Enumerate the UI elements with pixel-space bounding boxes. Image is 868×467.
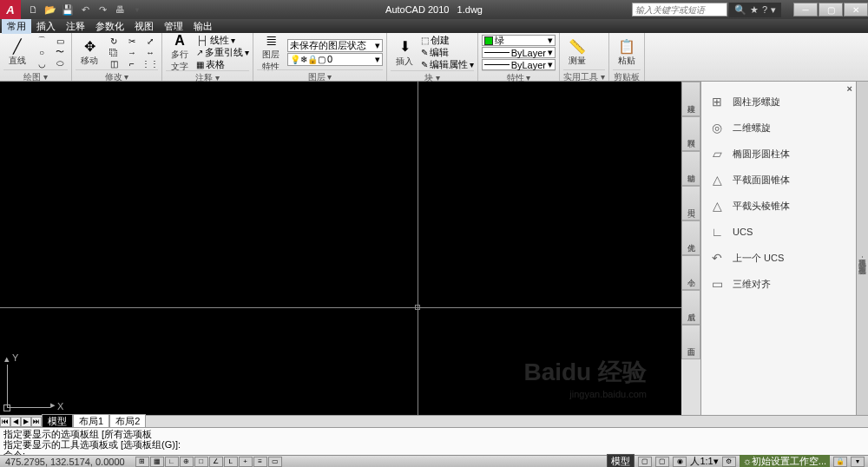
spline-icon[interactable]: 〜 bbox=[52, 47, 68, 57]
status-icon-1[interactable]: ▢ bbox=[638, 457, 652, 467]
palette-close-icon[interactable]: × bbox=[847, 83, 852, 94]
coordinates[interactable]: 475.2795, 132.5174, 0.0000 bbox=[0, 457, 130, 467]
palette-item-5[interactable]: ∟UCS bbox=[705, 219, 852, 245]
linear-dim-button[interactable]: ├┤ 线性 ▾ bbox=[196, 35, 249, 46]
palette-item-0[interactable]: ⊞圆柱形螺旋 bbox=[705, 89, 852, 115]
arc-icon[interactable]: ◡ bbox=[34, 58, 49, 69]
copy-icon[interactable]: ⿻ bbox=[106, 47, 122, 57]
search-input[interactable] bbox=[632, 3, 727, 16]
ducs-toggle[interactable]: L bbox=[224, 457, 238, 467]
layer-properties-button[interactable]: ≣图层 特性 bbox=[257, 35, 285, 69]
palette-tab-2[interactable]: 联网 bbox=[681, 116, 700, 151]
palette-item-7[interactable]: ▭三维对齐 bbox=[705, 271, 852, 297]
mleader-button[interactable]: ↗ 多重引线 ▾ bbox=[196, 47, 249, 58]
search-icon[interactable]: 🔍 bbox=[734, 4, 746, 16]
tab-view[interactable]: 视图 bbox=[129, 19, 159, 34]
table-button[interactable]: ▦ 表格 bbox=[196, 59, 249, 70]
print-icon[interactable]: 🖶 bbox=[113, 3, 127, 16]
tab-common[interactable]: 常用 bbox=[2, 19, 31, 34]
command-line[interactable]: 指定要显示的选项板组 [所有选项板 指定要显示的工具选项板或 [选项板组(G)]… bbox=[0, 427, 868, 455]
stretch-icon[interactable]: ↔ bbox=[142, 47, 158, 57]
qp-toggle[interactable]: ▭ bbox=[268, 457, 282, 467]
fillet-icon[interactable]: ⌐ bbox=[124, 58, 140, 69]
star-icon[interactable]: ★ bbox=[750, 4, 759, 16]
status-lock-icon[interactable]: 🔒 bbox=[833, 457, 847, 467]
otrack-toggle[interactable]: ∠ bbox=[209, 457, 223, 467]
ortho-toggle[interactable]: ∟ bbox=[165, 457, 179, 467]
palette-tab-3[interactable]: 辅助 bbox=[681, 151, 700, 186]
palette-tab-7[interactable]: 威后 bbox=[681, 290, 700, 325]
palette-tab-8[interactable]: 曲面 bbox=[681, 325, 700, 359]
layer-state-combo[interactable]: 未保存的图层状态▾ bbox=[287, 39, 383, 52]
paste-button[interactable]: 📋粘贴 bbox=[613, 35, 641, 69]
trim-icon[interactable]: ✂ bbox=[124, 36, 140, 46]
palette-item-4[interactable]: △平截头棱锥体 bbox=[705, 193, 852, 219]
model-space-button[interactable]: 模型 bbox=[607, 454, 635, 467]
dropdown-icon[interactable]: ▾ bbox=[771, 4, 776, 16]
scale-icon[interactable]: ⤢ bbox=[142, 36, 158, 46]
palette-tab-1[interactable]: 建模 bbox=[681, 82, 700, 116]
array-icon[interactable]: ⋮⋮ bbox=[142, 58, 158, 69]
ellipse-icon[interactable]: ⬭ bbox=[52, 58, 68, 69]
insert-button[interactable]: ⬇插入 bbox=[391, 36, 418, 70]
color-combo[interactable]: 绿▾ bbox=[482, 35, 556, 46]
qat-dropdown-icon[interactable]: ▼ bbox=[130, 3, 144, 16]
block-create-button[interactable]: ⬚ 创建 bbox=[421, 35, 474, 46]
minimize-button[interactable]: ─ bbox=[793, 3, 818, 16]
tab-manage[interactable]: 管理 bbox=[159, 19, 188, 34]
tab-annotate[interactable]: 注释 bbox=[61, 19, 90, 34]
drawing-area[interactable]: ▸ ▴ X Y Baidu 经验 jingyan.baidu.com bbox=[0, 82, 681, 415]
status-tray-icon[interactable]: ▾ bbox=[851, 457, 865, 467]
palette-item-3[interactable]: △平截面圆锥体 bbox=[705, 167, 852, 193]
lwt-toggle[interactable]: ≡ bbox=[253, 457, 267, 467]
close-button[interactable]: ✕ bbox=[844, 3, 868, 16]
undo-icon[interactable]: ↶ bbox=[78, 3, 92, 16]
rotate-icon[interactable]: ↻ bbox=[106, 36, 122, 46]
extend-icon[interactable]: → bbox=[124, 47, 140, 57]
move-button[interactable]: ✥移动 bbox=[76, 35, 103, 69]
tab-prev-icon[interactable]: ◀ bbox=[10, 417, 21, 427]
save-icon[interactable]: 💾 bbox=[61, 3, 75, 16]
palette-tab-6[interactable]: 小仓 bbox=[681, 255, 700, 290]
palette-tab-4[interactable]: 实用 bbox=[681, 186, 700, 220]
anno-scale[interactable]: 人1:1▾ bbox=[690, 455, 718, 467]
snap-toggle[interactable]: ⊞ bbox=[135, 457, 149, 467]
polar-toggle[interactable]: ⊕ bbox=[180, 457, 194, 467]
status-icon-4[interactable]: ⚙ bbox=[722, 457, 736, 467]
lineweight-combo[interactable]: ByLayer▾ bbox=[482, 47, 556, 58]
status-icon-2[interactable]: ▢ bbox=[655, 457, 669, 467]
grid-toggle[interactable]: ▦ bbox=[150, 457, 164, 467]
palette-item-1[interactable]: ◎二维螺旋 bbox=[705, 115, 852, 141]
palette-item-2[interactable]: ▱椭圆形圆柱体 bbox=[705, 141, 852, 167]
linetype-combo[interactable]: ByLayer▾ bbox=[482, 59, 556, 70]
help-icon[interactable]: ? bbox=[762, 4, 767, 16]
maximize-button[interactable]: ▢ bbox=[819, 3, 843, 16]
block-attr-button[interactable]: ✎ 编辑属性 ▾ bbox=[421, 59, 474, 70]
layer-combo[interactable]: 💡❄🔒▢ 0▾ bbox=[287, 53, 383, 66]
polyline-icon[interactable]: ⌒ bbox=[34, 36, 49, 46]
status-icon-3[interactable]: ◉ bbox=[673, 457, 687, 467]
tab-parametric[interactable]: 参数化 bbox=[90, 19, 129, 34]
measure-button[interactable]: 📏测量 bbox=[563, 35, 591, 69]
rect-icon[interactable]: ▭ bbox=[52, 36, 68, 46]
osnap-toggle[interactable]: □ bbox=[194, 457, 208, 467]
line-button[interactable]: ╱直线 bbox=[3, 35, 31, 69]
tab-insert[interactable]: 插入 bbox=[31, 19, 61, 34]
palette-tab-5[interactable]: 优先 bbox=[681, 220, 700, 255]
new-icon[interactable]: 🗋 bbox=[26, 3, 40, 16]
palette-item-6[interactable]: ↶上一个 UCS bbox=[705, 245, 852, 271]
tab-output[interactable]: 输出 bbox=[188, 19, 218, 34]
workspace-label[interactable]: ☼初始设置工作空... bbox=[740, 455, 830, 467]
tab-next-icon[interactable]: ▶ bbox=[21, 417, 31, 427]
palette-title-bar[interactable]: 工具选项板 - 所有选项板 bbox=[856, 82, 868, 415]
block-edit-button[interactable]: ✎ 编辑 bbox=[421, 47, 474, 58]
mirror-icon[interactable]: ◫ bbox=[106, 58, 122, 69]
circle-icon[interactable]: ○ bbox=[34, 47, 49, 57]
redo-icon[interactable]: ↷ bbox=[95, 3, 109, 16]
tab-last-icon[interactable]: ⏭ bbox=[31, 417, 42, 427]
app-icon[interactable]: A bbox=[0, 0, 21, 19]
dyn-toggle[interactable]: + bbox=[239, 457, 253, 467]
mtext-button[interactable]: A多行 文字 bbox=[166, 36, 194, 70]
open-icon[interactable]: 📂 bbox=[43, 3, 57, 16]
tab-first-icon[interactable]: ⏮ bbox=[0, 417, 10, 427]
